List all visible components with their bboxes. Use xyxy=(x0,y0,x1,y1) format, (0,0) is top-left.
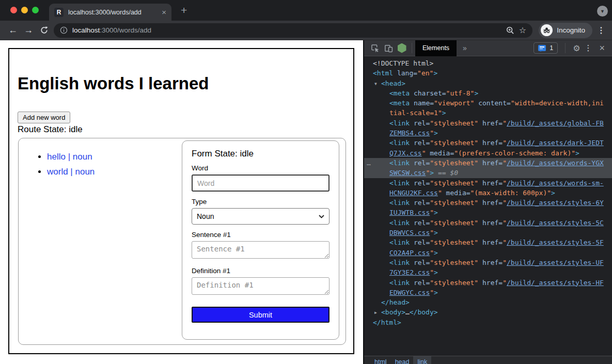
browser-tab[interactable]: R localhost:3000/words/add × xyxy=(49,4,171,21)
code-line[interactable]: IUJWTB.css"> xyxy=(364,208,612,217)
code-line[interactable]: Q7JX.css" media="(prefers-color-scheme: … xyxy=(364,148,612,158)
code-line[interactable]: HCNGU2KF.css" media="(max-width: 600px)"… xyxy=(364,188,612,198)
issues-button[interactable]: 1 xyxy=(533,42,558,54)
settings-gear-icon[interactable]: ⚙ xyxy=(573,43,580,53)
minimize-window-button[interactable] xyxy=(21,7,28,13)
code-line[interactable]: ZEMBS4.css"> xyxy=(364,128,612,138)
devtools-menu-icon[interactable]: ⋮ xyxy=(584,43,592,53)
code-token: " xyxy=(430,249,434,257)
forward-icon[interactable]: → xyxy=(21,23,36,38)
code-token: " xyxy=(430,209,434,216)
inspect-element-icon[interactable] xyxy=(368,41,382,55)
reload-icon[interactable] xyxy=(36,23,52,38)
code-line[interactable]: <link rel="stylesheet" href="/build/_ass… xyxy=(364,178,612,188)
code-line[interactable]: </head> xyxy=(364,297,612,307)
code-line[interactable]: DBWVCS.css"> xyxy=(364,228,612,238)
code-token: name= xyxy=(410,99,434,107)
code-token: href= xyxy=(478,199,503,207)
code-line[interactable]: <html lang="en"> xyxy=(364,68,612,78)
code-token: "stylesheet" xyxy=(430,179,478,187)
page-info-icon[interactable] xyxy=(60,26,68,34)
code-line[interactable]: <meta name="viewport" content="width=dev… xyxy=(364,98,612,108)
code-token: > xyxy=(442,109,446,117)
code-line[interactable]: <link rel="stylesheet" href="/build/_ass… xyxy=(364,198,612,208)
maximize-window-button[interactable] xyxy=(32,7,39,13)
code-line[interactable]: 7GY3E2.css"> xyxy=(364,267,612,277)
submit-button[interactable]: Submit xyxy=(192,307,329,323)
code-line[interactable]: ▼<head> xyxy=(364,78,612,88)
breadcrumb-item-link[interactable]: link xyxy=(413,356,431,364)
code-token: > xyxy=(474,89,478,97)
code-token: " xyxy=(430,268,434,276)
sentence-textarea[interactable] xyxy=(192,241,329,259)
extension-hexagon-icon[interactable] xyxy=(395,41,409,55)
type-label: Type xyxy=(192,198,329,205)
tab-strip: R localhost:3000/words/add × + ▼ xyxy=(0,0,612,21)
back-icon[interactable]: ← xyxy=(5,23,21,38)
collapse-arrow-icon[interactable]: ▶ xyxy=(374,308,377,318)
incognito-label: Incognito xyxy=(557,26,585,34)
code-token: <meta xyxy=(389,99,410,107)
word-link[interactable]: hello | noun xyxy=(47,152,92,162)
close-window-button[interactable] xyxy=(10,7,17,13)
devtools-close-icon[interactable]: × xyxy=(599,43,605,54)
code-token: </html> xyxy=(373,319,401,326)
code-token: <link xyxy=(389,259,410,266)
code-line[interactable]: <link rel="stylesheet" href="/build/_ass… xyxy=(364,258,612,267)
code-line[interactable]: tial-scale=1"> xyxy=(364,108,612,118)
breadcrumb-item-head[interactable]: head xyxy=(391,356,414,364)
code-token: > xyxy=(433,69,437,77)
words-list: hello | nounworld | noun xyxy=(38,152,95,182)
code-line[interactable]: …<link rel="stylesheet" href="/build/_as… xyxy=(364,158,612,168)
toolbar-separator xyxy=(412,43,412,53)
code-line[interactable]: <link rel="stylesheet" href="/build/_ass… xyxy=(364,238,612,247)
url-text[interactable]: localhost:3000/words/add xyxy=(72,26,501,34)
code-token: "(max-width: 600px)" xyxy=(470,189,552,197)
definition-textarea[interactable] xyxy=(192,277,329,295)
code-token: <link xyxy=(389,119,410,127)
elements-tree: <!DOCTYPE html><html lang="en">▼<head><m… xyxy=(364,56,612,356)
code-token: rel= xyxy=(410,179,430,187)
code-token: " xyxy=(430,129,434,137)
sentence-label: Sentence #1 xyxy=(192,231,329,239)
bookmark-star-icon[interactable]: ☆ xyxy=(519,25,526,35)
type-select-wrap: Noun xyxy=(192,208,329,225)
new-tab-button[interactable]: + xyxy=(181,4,187,17)
tab-close-icon[interactable]: × xyxy=(162,8,166,16)
code-line[interactable]: CO2A4P.css"> xyxy=(364,248,612,258)
browser-menu-icon[interactable]: ⋮ xyxy=(595,25,607,35)
add-new-word-button[interactable]: Add new word xyxy=(18,112,70,123)
address-bar[interactable]: localhost:3000/words/add ☆ xyxy=(54,23,532,38)
code-line[interactable]: ▶<body>…</body> xyxy=(364,307,612,317)
code-token: "en" xyxy=(417,69,433,77)
code-line[interactable]: <!DOCTYPE html> xyxy=(364,58,612,68)
word-link[interactable]: world | noun xyxy=(47,167,95,177)
zoom-in-icon[interactable] xyxy=(506,26,514,35)
incognito-icon xyxy=(541,24,553,36)
code-line[interactable]: </html> xyxy=(364,318,612,327)
code-line[interactable]: <link rel="stylesheet" href="/build/_ass… xyxy=(364,118,612,128)
code-token: " xyxy=(430,289,434,296)
code-line[interactable]: <link rel="stylesheet" href="/build/_ass… xyxy=(364,278,612,288)
code-line[interactable]: <link rel="stylesheet" href="/build/_ass… xyxy=(364,218,612,228)
code-token: > xyxy=(551,189,555,197)
code-token: /build/_assets/dark-JEDT xyxy=(507,139,604,147)
code-token: rel= xyxy=(410,239,430,246)
code-line[interactable]: <meta charset="utf-8"> xyxy=(364,88,612,98)
word-input[interactable] xyxy=(192,175,329,192)
expand-arrow-icon[interactable]: ▼ xyxy=(374,79,377,89)
code-line[interactable]: EDWGYC.css"> xyxy=(364,288,612,297)
code-token: " xyxy=(438,189,442,197)
profile-chevron-icon[interactable]: ▼ xyxy=(597,6,608,17)
code-token: "stylesheet" xyxy=(430,139,478,147)
code-line[interactable]: SWCSW.css"> == $0 xyxy=(364,168,612,178)
device-toolbar-icon[interactable] xyxy=(382,41,395,55)
type-select[interactable]: Noun xyxy=(192,208,329,225)
code-token: href= xyxy=(478,179,503,187)
more-tabs-icon[interactable]: » xyxy=(463,44,467,52)
code-token: href= xyxy=(478,139,503,147)
code-line[interactable]: <link rel="stylesheet" href="/build/_ass… xyxy=(364,138,612,148)
tab-elements[interactable]: Elements xyxy=(415,40,457,56)
breadcrumb-item-html[interactable]: html xyxy=(370,356,391,364)
code-token: "viewport" xyxy=(434,99,474,107)
